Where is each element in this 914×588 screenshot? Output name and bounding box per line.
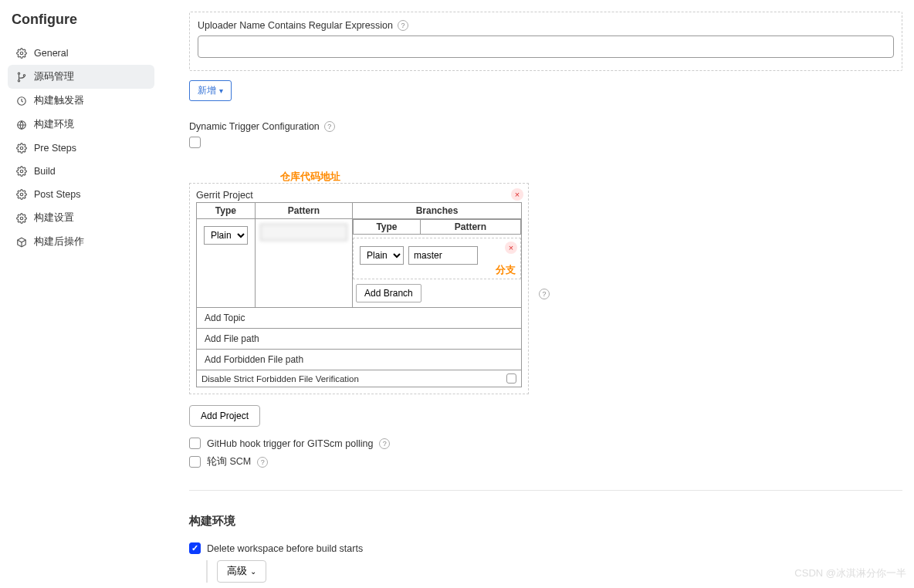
add-project-button[interactable]: Add Project xyxy=(189,405,260,427)
sidebar: Configure General源码管理构建触发器构建环境Pre StepsB… xyxy=(0,0,162,588)
gear-icon xyxy=(15,47,28,59)
branch-pattern-input[interactable] xyxy=(408,246,478,265)
delete-ws-checkbox[interactable]: ✓ xyxy=(189,542,201,554)
chevron-down-icon: ▾ xyxy=(219,86,223,95)
sidebar-item-4[interactable]: Pre Steps xyxy=(8,137,154,160)
uploader-label: Uploader Name Contains Regular Expressio… xyxy=(198,20,393,31)
dyn-trigger-checkbox[interactable] xyxy=(189,137,201,148)
svg-point-1 xyxy=(18,73,19,74)
help-icon[interactable]: ? xyxy=(539,289,550,299)
sidebar-item-7[interactable]: 构建设置 xyxy=(8,206,154,230)
sidebar-item-1[interactable]: 源码管理 xyxy=(8,65,154,89)
dyn-trigger-label: Dynamic Trigger Configuration xyxy=(189,121,320,132)
type-select[interactable]: Plain xyxy=(204,226,248,245)
watermark: CSDN @冰淇淋分你一半 xyxy=(794,566,906,580)
svg-point-6 xyxy=(20,147,23,150)
svg-point-8 xyxy=(20,193,23,196)
gerrit-row-button-2[interactable]: Add Forbidden File path xyxy=(196,350,522,370)
poll-scm-label: 轮询 SCM xyxy=(207,455,251,468)
sidebar-item-8[interactable]: 构建后操作 xyxy=(8,230,154,254)
disable-strict-row: Disable Strict Forbidden File Verificati… xyxy=(196,370,522,387)
svg-point-7 xyxy=(20,170,23,173)
chevron-down-icon: ⌄ xyxy=(250,567,256,576)
svg-point-9 xyxy=(20,217,23,220)
github-hook-checkbox[interactable] xyxy=(189,438,201,449)
close-icon[interactable]: × xyxy=(505,242,517,254)
globe-icon xyxy=(15,119,28,131)
sidebar-item-6[interactable]: Post Steps xyxy=(8,183,154,206)
help-icon[interactable]: ? xyxy=(379,438,390,449)
sidebar-item-3[interactable]: 构建环境 xyxy=(8,113,154,137)
branch-icon xyxy=(15,71,28,83)
branch-box: × Plain 分支 xyxy=(353,238,521,279)
sidebar-item-5[interactable]: Build xyxy=(8,160,154,183)
gear-icon xyxy=(15,142,28,154)
disable-strict-checkbox[interactable] xyxy=(506,373,516,384)
close-icon[interactable]: × xyxy=(511,188,523,201)
annotation-branch: 分支 xyxy=(496,263,516,277)
advanced-button[interactable]: 高级 ⌄ xyxy=(217,560,266,583)
gear-icon xyxy=(15,212,28,225)
box-icon xyxy=(15,236,28,248)
branch-type-select[interactable]: Plain xyxy=(360,246,404,265)
gerrit-row-button-1[interactable]: Add File path xyxy=(196,329,522,350)
pattern-input[interactable] xyxy=(260,224,347,241)
svg-point-2 xyxy=(18,79,19,81)
gear-icon xyxy=(15,188,28,201)
github-hook-label: GitHub hook trigger for GITScm polling xyxy=(207,438,373,449)
gerrit-row-button-0[interactable]: Add Topic xyxy=(196,308,522,329)
main-content: Uploader Name Contains Regular Expressio… xyxy=(162,0,914,588)
delete-ws-label: Delete workspace before build starts xyxy=(207,543,363,554)
add-branch-button[interactable]: Add Branch xyxy=(356,284,421,302)
clock-icon xyxy=(15,95,28,107)
add-button[interactable]: 新增 ▾ xyxy=(189,80,232,101)
help-icon[interactable]: ? xyxy=(324,121,335,132)
svg-point-0 xyxy=(20,52,23,55)
svg-point-3 xyxy=(23,74,25,76)
help-icon[interactable]: ? xyxy=(257,457,268,468)
build-env-heading: 构建环境 xyxy=(189,514,902,529)
page-title: Configure xyxy=(8,12,154,28)
help-icon[interactable]: ? xyxy=(398,20,408,31)
gear-icon xyxy=(15,165,28,177)
uploader-section: Uploader Name Contains Regular Expressio… xyxy=(189,12,902,71)
sidebar-item-0[interactable]: General xyxy=(8,42,154,65)
gerrit-title: Gerrit Project xyxy=(196,190,522,201)
uploader-input[interactable] xyxy=(198,35,894,58)
gerrit-project-box: × Gerrit Project Type Pattern Branches P… xyxy=(189,183,529,394)
sidebar-item-2[interactable]: 构建触发器 xyxy=(8,89,154,113)
annotation-repo: 仓库代码地址 xyxy=(280,170,340,184)
poll-scm-checkbox[interactable] xyxy=(189,456,201,468)
